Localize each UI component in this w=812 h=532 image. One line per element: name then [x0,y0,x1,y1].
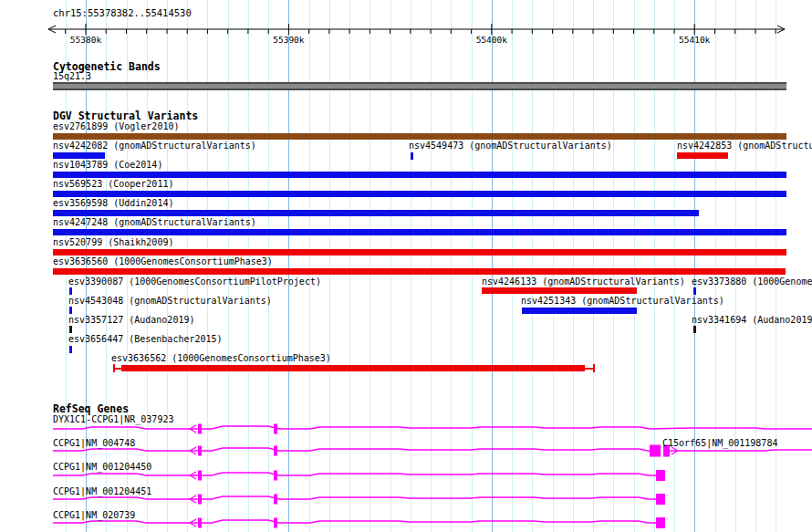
variant-label[interactable]: esv3636562 (1000GenomesConsortiumPhase3) [111,353,331,364]
variant-label[interactable]: nsv4246133 (gnomADStructuralVariants) [482,276,685,287]
variant-bar[interactable] [53,249,786,256]
variant-label[interactable]: nsv3357127 (Audano2019) [68,315,194,326]
variant-label[interactable]: esv2761899 (Vogler2010) [53,121,179,132]
variant-label[interactable]: esv3636560 (1000GenomesConsortiumPhase3) [53,256,273,267]
exon-tick[interactable] [274,446,277,456]
variant-label[interactable]: nsv569523 (Cooper2011) [53,179,173,190]
variant-label[interactable]: esv3390087 (1000GenomesConsortiumPilotPr… [68,276,321,287]
variant-label[interactable]: esv3373880 (1000Genome [692,276,812,287]
gene-line [53,426,812,429]
variant-bar[interactable] [53,268,786,275]
region-coordinates: chr15:55378382..55414530 [53,7,192,18]
gene-label[interactable]: CCPG1|NM_020739 [53,510,135,521]
cytoband-bar[interactable] [53,82,786,90]
variant-point-tick[interactable] [69,346,72,353]
exon-tick[interactable] [274,495,277,505]
gene-line [53,520,657,523]
variant-label[interactable]: nsv3341694 (Audano2019 [692,315,812,326]
exon-tick[interactable] [198,495,202,505]
exon-tick[interactable] [274,471,277,481]
variant-bar[interactable] [53,172,786,178]
variant-label[interactable]: nsv4242853 (gnomADStructu [677,141,812,151]
variant-point-tick[interactable] [69,326,72,333]
variant-bar[interactable] [53,210,699,216]
variant-bar[interactable] [53,191,786,197]
variant-label[interactable]: nsv4242082 (gnomADStructuralVariants) [53,141,256,151]
ruler-tick-label: 55410k [679,35,710,45]
variant-label[interactable]: nsv4247248 (gnomADStructuralVariants) [53,217,256,228]
variant-point-tick[interactable] [693,326,696,333]
gene-line [53,473,657,475]
gene-line [53,448,650,451]
ruler-tick-label: 55380k [70,35,101,45]
exon-tick[interactable] [198,424,202,434]
exon-box[interactable] [656,517,665,528]
variant-label[interactable]: nsv4543048 (gnomADStructuralVariants) [68,296,272,307]
variant-bar[interactable] [522,308,637,314]
ruler-tick-label: 55390k [273,35,304,45]
gene-label[interactable]: CCPG1|NM_001204450 [53,462,151,473]
exon-box[interactable] [656,494,665,505]
gene-line [669,450,812,451]
variant-label[interactable]: esv3656447 (Besenbacher2015) [68,334,223,345]
variant-bar[interactable] [677,152,728,159]
variant-label[interactable]: esv3569598 (Uddin2014) [53,198,173,209]
variant-label[interactable]: nsv4251343 (gnomADStructuralVariants) [521,296,724,307]
exon-tick[interactable] [198,446,202,456]
gene-label[interactable]: CCPG1|NM_001204451 [53,486,151,497]
exon-box[interactable] [656,470,665,481]
gene-label[interactable]: CCPG1|NM_004748 [53,438,135,449]
exon-tick[interactable] [274,424,277,434]
exon-box[interactable] [650,445,661,457]
variant-bar[interactable] [482,287,637,294]
variant-point-tick[interactable] [693,287,696,295]
variant-label[interactable]: nsv1043789 (Coe2014) [53,160,162,171]
exon-tick[interactable] [274,518,277,528]
exon-tick[interactable] [198,471,202,481]
variant-bar[interactable] [53,133,786,140]
gene-label[interactable]: DYX1C1-CCPG1|NR_037923 [53,414,173,425]
variant-label[interactable]: nsv4549473 (gnomADStructuralVariants) [409,141,612,151]
variant-point-tick[interactable] [411,152,413,160]
cytoband-label: 15q21.3 [53,71,91,82]
variant-bar[interactable] [121,365,585,371]
variant-point-tick[interactable] [69,307,72,314]
gene-label[interactable]: C15orf65|NM_001198784 [662,438,777,449]
exon-tick[interactable] [198,518,202,528]
variant-label[interactable]: nsv520799 (Shaikh2009) [53,237,173,248]
variant-bar[interactable] [53,152,105,159]
genome-browser-view: chr15:55378382..55414530 55380k55390k554… [0,0,812,532]
variant-bar[interactable] [53,229,786,235]
variant-point-tick[interactable] [69,287,72,295]
ruler-tick-label: 55400k [476,35,507,45]
